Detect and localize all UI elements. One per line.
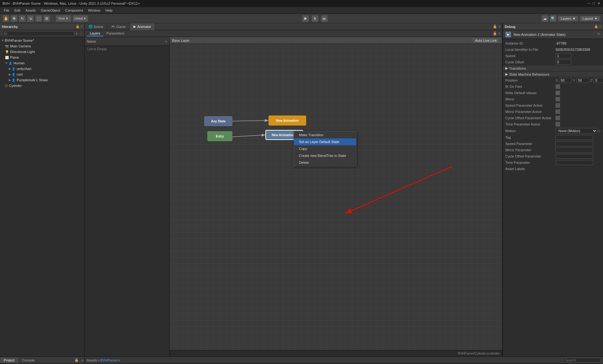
animator-lock-icon[interactable]: 🔓 — [493, 31, 497, 35]
tab-lock-icon[interactable]: 🔓 — [493, 24, 497, 29]
collab-icon[interactable]: ☁ — [541, 15, 548, 22]
ctx-copy[interactable]: Copy — [294, 145, 356, 152]
debug-lock-icon[interactable]: 🔓 — [594, 25, 598, 28]
ctx-delete[interactable]: Delete — [294, 159, 356, 166]
close-btn[interactable]: ✕ — [597, 1, 600, 6]
mirror-param-active-checkbox[interactable] — [556, 110, 560, 114]
tab-animator[interactable]: ▶ Animator — [130, 23, 155, 30]
tab-scene[interactable]: 🌐 Scene — [85, 23, 107, 30]
subtab-layers[interactable]: Layers — [87, 31, 103, 36]
tab-project[interactable]: Project — [0, 358, 18, 363]
write-default-checkbox[interactable] — [556, 91, 560, 95]
state-entry[interactable]: Entry — [207, 131, 232, 141]
hierarchy-item-main-camera[interactable]: 📷 Main Camera — [0, 43, 84, 49]
minimize-btn[interactable]: ─ — [587, 1, 590, 6]
cycle-offset-input[interactable] — [556, 60, 571, 65]
search-icon[interactable]: 🔍 — [550, 15, 557, 22]
ctx-make-transition[interactable]: Make Transition — [294, 131, 356, 138]
breadcrumb-assets[interactable]: Assets — [87, 358, 97, 362]
speed-input[interactable] — [556, 53, 571, 58]
project-menu-icon[interactable]: ≡ — [80, 358, 84, 362]
motion-edit-icon[interactable]: ⊙ — [598, 129, 600, 133]
debug-panel-icons: 🔓 ≡ — [594, 25, 601, 28]
step-button[interactable]: ⏭ — [321, 15, 328, 22]
pos-x-input[interactable] — [559, 78, 572, 83]
hierarchy-menu-icon[interactable]: ≡ — [81, 25, 83, 28]
subtab-parameters[interactable]: Parameters — [103, 31, 128, 36]
state-new-animation[interactable]: New Animation — [269, 115, 306, 126]
pos-z-input[interactable] — [594, 78, 603, 83]
cycle-offset-param-input[interactable] — [556, 154, 593, 159]
hierarchy-item-pumpkinlulk[interactable]: ▶ 👤 Pumpkinlulk L Shaw — [0, 77, 84, 83]
hierarchy-item-directional-light[interactable]: 💡 Directional Light — [0, 49, 84, 55]
time-param-input[interactable] — [556, 160, 593, 165]
toolbar-combo-icon[interactable]: ⊞ — [43, 15, 50, 22]
debug-menu-icon[interactable]: ≡ — [599, 25, 601, 28]
menu-edit[interactable]: Edit — [12, 8, 23, 13]
pause-button[interactable]: ⏸ — [312, 15, 318, 22]
play-button[interactable]: ▶ — [302, 15, 309, 22]
menu-window[interactable]: Window — [85, 8, 103, 13]
layout-button[interactable]: Layout ▼ — [580, 16, 600, 21]
tab-menu-icon[interactable]: ≡ — [498, 24, 500, 29]
pos-z-label: Z — [590, 78, 593, 82]
project-panel: Project Console 🔓 ≡ + ▼ ▼ ★ Favorites 🔍 … — [0, 357, 85, 364]
tab-console[interactable]: Console — [18, 358, 38, 363]
toolbar-rotate-icon[interactable]: ↻ — [19, 15, 26, 22]
project-lock-icon[interactable]: 🔓 — [73, 358, 80, 362]
cycle-offset-param-active-checkbox[interactable] — [556, 116, 560, 120]
ctx-set-layer-default[interactable]: Set as Layer Default State — [294, 138, 356, 145]
hierarchy-item-unitychan[interactable]: ▶ 👤 unitychan — [0, 66, 84, 72]
hierarchy-search-input[interactable] — [2, 31, 74, 36]
hierarchy-add-icon[interactable]: + — [75, 31, 78, 36]
state-any-state[interactable]: Any State — [204, 116, 232, 126]
menu-file[interactable]: File — [1, 8, 12, 13]
assets-search-input[interactable] — [563, 358, 601, 363]
animator-canvas[interactable]: Any State Entry New Animation New Animat… — [170, 44, 502, 350]
menu-help[interactable]: Help — [103, 8, 115, 13]
maximize-btn[interactable]: □ — [593, 1, 595, 6]
debug-section-state-machine[interactable]: ▶ State Machine Behaviours — [503, 71, 603, 77]
auto-live-link-btn[interactable]: Auto Live Link — [472, 38, 500, 43]
speed-param-active-checkbox[interactable] — [556, 103, 560, 108]
breadcrumb-bvhparser[interactable]: BVHParser — [100, 358, 117, 362]
hierarchy-item-cylinder[interactable]: ⬡ Cylinder — [0, 83, 84, 88]
tag-input[interactable] — [556, 135, 593, 140]
hierarchy-item-scene[interactable]: ▼ BVHParser Scene* — [0, 38, 84, 43]
toolbar-rect-icon[interactable]: ⬚ — [35, 15, 42, 22]
hierarchy-item-plane[interactable]: ⬜ Plane — [0, 55, 84, 60]
layers-add-icon[interactable]: + — [165, 39, 167, 44]
motion-select[interactable]: None (Motion) — [556, 128, 597, 134]
toolbar-global-icon[interactable]: Global ▼ — [73, 15, 88, 22]
ctx-create-blend-tree[interactable]: Create new BlendTree in State — [294, 152, 356, 159]
menu-component[interactable]: Component — [62, 8, 85, 13]
pos-y-input[interactable] — [577, 78, 589, 83]
mirror-param-input[interactable] — [556, 147, 593, 153]
state-machine-arrow-icon: ▶ — [505, 72, 508, 76]
hierarchy-item-root[interactable]: ▶ 👤 root — [0, 72, 84, 77]
toolbar-scale-icon[interactable]: ⇲ — [27, 15, 34, 22]
ik-on-feet-checkbox[interactable] — [556, 84, 560, 89]
menu-assets[interactable]: Assets — [23, 8, 38, 13]
menu-gameobject[interactable]: GameObject — [38, 8, 63, 13]
mirror-checkbox[interactable] — [556, 97, 560, 101]
debug-row-tag: Tag — [503, 134, 603, 141]
titlebar-controls: ─ □ ✕ — [587, 1, 600, 6]
time-param-active-checkbox[interactable] — [556, 122, 560, 126]
asset-labels-label: Asset Labels — [505, 167, 525, 171]
toolbar-hand-icon[interactable]: ✋ — [3, 15, 9, 22]
toolbar-move-icon[interactable]: ✥ — [11, 15, 18, 22]
hierarchy-dots-icon[interactable]: ⋮ — [79, 31, 83, 35]
debug-section-transitions[interactable]: ▶ Transitions — [503, 65, 603, 71]
root-label: root — [17, 72, 23, 76]
debug-expand-icon[interactable]: ⇱ — [598, 32, 600, 36]
hierarchy-lock-icon[interactable]: 🔓 — [76, 25, 79, 28]
human-label: Human — [14, 61, 24, 65]
layers-button[interactable]: Layers ▼ — [558, 16, 579, 21]
speed-param-input[interactable] — [556, 141, 593, 146]
toolbar-pivot-icon[interactable]: Pivot ▼ — [56, 15, 71, 22]
hierarchy-item-human[interactable]: ▼ 👤 Human — [0, 60, 84, 66]
main-area: Hierarchy 🔓 ≡ + ⋮ ▼ BVHParser Scene* 📷 M… — [0, 23, 603, 356]
tab-game[interactable]: 🎮 Game — [107, 23, 130, 30]
animator-menu-icon[interactable]: ≡ — [498, 31, 500, 35]
